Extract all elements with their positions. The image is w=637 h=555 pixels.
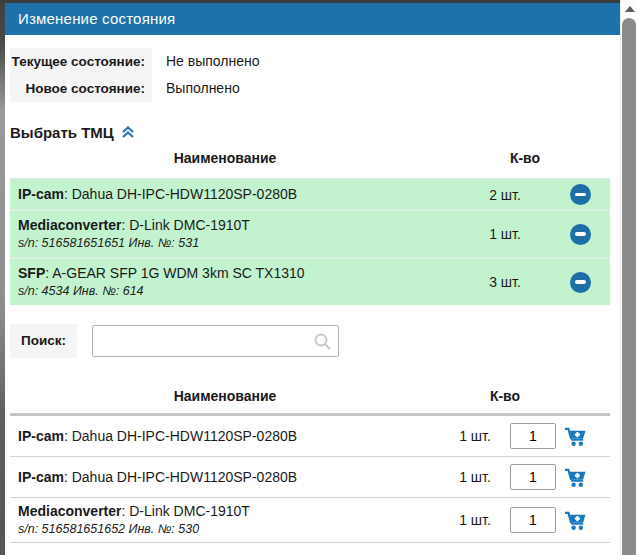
item-quantity: 1 шт. (460, 226, 550, 242)
selected-header-qty: К-во (440, 150, 610, 170)
item-model: : D-Link DMC-1910T (121, 217, 249, 233)
available-table-header: Наименование К-во (10, 388, 610, 408)
change-state-modal: Изменение состояния Текущее состояние: Н… (5, 3, 620, 555)
selected-table-header: Наименование К-во (10, 150, 610, 170)
modal-body: Текущее состояние: Не выполнено Новое со… (5, 35, 620, 543)
available-header-name: Наименование (10, 388, 440, 408)
collapse-section-icon[interactable] (120, 124, 136, 140)
item-name-cell: IP-cam: Dahua DH-IPC-HDW1120SP-0280B (10, 428, 440, 445)
quantity-input[interactable] (510, 464, 556, 490)
cart-plus-icon (564, 426, 587, 447)
available-item-row: IP-cam: Dahua DH-IPC-HDW1120SP-0280B 1 ш… (10, 416, 610, 457)
modal-title: Изменение состояния (18, 10, 175, 27)
current-state-label: Текущее состояние: (10, 48, 152, 75)
selected-item-row: Mediaconverter: D-Link DMC-1910T s/n: 51… (10, 209, 610, 257)
state-summary: Текущее состояние: Не выполнено Новое со… (10, 48, 610, 102)
item-serial: s/n: 516581651651 Инв. №: 531 (18, 236, 456, 251)
search-icon (313, 332, 332, 355)
item-name-cell: Mediaconverter: D-Link DMC-1910T s/n: 51… (10, 503, 440, 537)
selected-item-row: IP-cam: Dahua DH-IPC-HDW1120SP-0280B 2 ш… (10, 178, 610, 209)
item-serial: s/n: 516581651652 Инв. №: 530 (18, 522, 440, 537)
cart-plus-icon (564, 467, 587, 488)
quantity-input[interactable] (510, 423, 556, 449)
item-model: : Dahua DH-IPC-HDW1120SP-0280B (64, 469, 297, 485)
item-model: : A-GEAR SFP 1G WDM 3km SC TX1310 (45, 265, 304, 281)
available-item-row: IP-cam: Dahua DH-IPC-HDW1120SP-0280B 1 ш… (10, 457, 610, 498)
item-stock-quantity: 1 шт. (440, 512, 510, 528)
item-name-cell: Mediaconverter: D-Link DMC-1910T s/n: 51… (10, 211, 460, 257)
remove-item-button[interactable] (570, 272, 591, 293)
item-type: IP-cam (18, 428, 64, 444)
item-type: SFP (18, 265, 45, 281)
minus-icon (575, 232, 586, 236)
item-name-cell: SFP: A-GEAR SFP 1G WDM 3km SC TX1310 s/n… (10, 259, 460, 305)
vertical-scrollbar[interactable] (620, 0, 637, 555)
item-type: IP-cam (18, 186, 64, 202)
available-items-list: IP-cam: Dahua DH-IPC-HDW1120SP-0280B 1 ш… (10, 413, 610, 543)
cart-plus-icon (564, 510, 587, 531)
item-type: Mediaconverter (18, 217, 121, 233)
item-model: : Dahua DH-IPC-HDW1120SP-0280B (64, 186, 297, 202)
add-to-cart-button[interactable] (564, 510, 587, 531)
current-state-value: Не выполнено (152, 48, 610, 75)
modal-title-bar: Изменение состояния (5, 3, 620, 35)
available-header-qty: К-во (440, 388, 570, 408)
item-serial: s/n: 4534 Инв. №: 614 (18, 284, 456, 299)
item-type: IP-cam (18, 469, 64, 485)
search-box (92, 325, 339, 357)
item-model: : D-Link DMC-1910T (121, 503, 249, 519)
new-state-label: Новое состояние: (10, 75, 152, 102)
new-state-value: Выполнено (152, 75, 610, 102)
select-tmc-label: Выбрать ТМЦ (10, 124, 114, 141)
item-type: Mediaconverter (18, 503, 121, 519)
item-quantity: 2 шт. (460, 187, 550, 203)
selected-header-name: Наименование (10, 150, 440, 170)
quantity-input[interactable] (510, 507, 556, 533)
item-stock-quantity: 1 шт. (440, 469, 510, 485)
remove-item-button[interactable] (570, 224, 591, 245)
minus-icon (575, 280, 586, 284)
remove-item-button[interactable] (570, 184, 591, 205)
item-quantity: 3 шт. (460, 274, 550, 290)
scrollbar-up-button[interactable] (621, 0, 637, 17)
selected-item-row: SFP: A-GEAR SFP 1G WDM 3km SC TX1310 s/n… (10, 257, 610, 305)
add-to-cart-button[interactable] (564, 467, 587, 488)
item-name-cell: IP-cam: Dahua DH-IPC-HDW1120SP-0280B (10, 469, 440, 486)
item-stock-quantity: 1 шт. (440, 428, 510, 444)
item-model: : Dahua DH-IPC-HDW1120SP-0280B (64, 428, 297, 444)
search-label: Поиск: (10, 324, 77, 358)
available-item-row: Mediaconverter: D-Link DMC-1910T s/n: 51… (10, 498, 610, 543)
item-name-cell: IP-cam: Dahua DH-IPC-HDW1120SP-0280B (10, 180, 460, 209)
add-to-cart-button[interactable] (564, 426, 587, 447)
minus-icon (575, 193, 586, 197)
selected-items-list: IP-cam: Dahua DH-IPC-HDW1120SP-0280B 2 ш… (10, 178, 610, 305)
search-row: Поиск: (10, 324, 610, 358)
search-input[interactable] (92, 325, 339, 357)
scrollbar-thumb[interactable] (622, 18, 636, 555)
select-tmc-heading: Выбрать ТМЦ (10, 122, 610, 142)
triangle-up-icon (625, 6, 635, 12)
